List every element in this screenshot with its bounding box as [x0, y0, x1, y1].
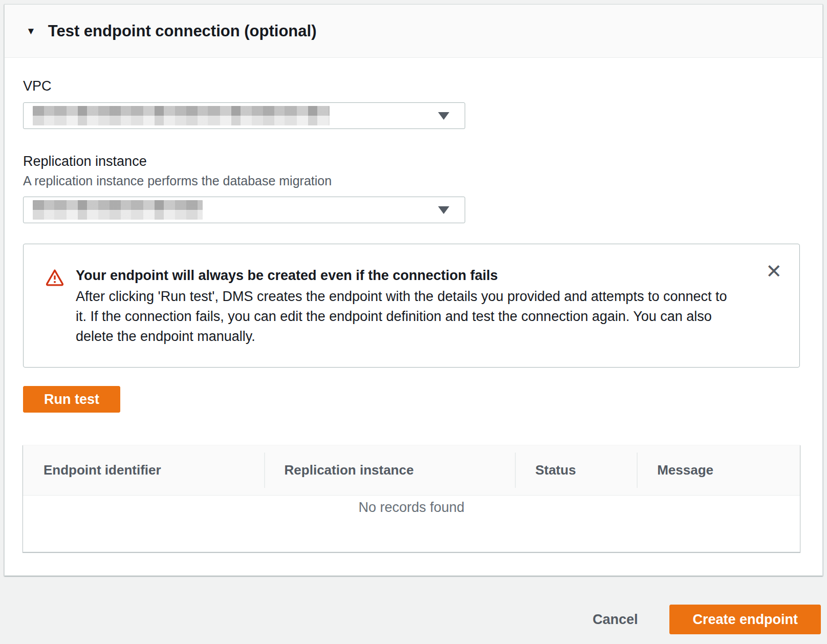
- vpc-label: VPC: [23, 78, 800, 94]
- replication-instance-label: Replication instance: [23, 154, 800, 169]
- footer-actions: Cancel Create endpoint: [593, 605, 821, 634]
- dropdown-caret-icon: [438, 206, 449, 214]
- vpc-select[interactable]: [23, 102, 465, 129]
- column-header-endpoint-identifier: Endpoint identifier: [23, 445, 264, 495]
- create-endpoint-button[interactable]: Create endpoint: [669, 605, 821, 634]
- replication-instance-description: A replication instance performs the data…: [23, 174, 800, 188]
- dropdown-caret-icon: [438, 112, 449, 120]
- test-results-table: Endpoint identifier Replication instance…: [23, 445, 800, 552]
- vpc-selected-value-redacted: [33, 106, 330, 125]
- warning-content: Your endpoint will always be created eve…: [76, 267, 779, 347]
- test-endpoint-connection-panel: ▼ Test endpoint connection (optional) VP…: [4, 4, 823, 576]
- table-empty-state: No records found: [23, 496, 800, 552]
- warning-title: Your endpoint will always be created eve…: [76, 267, 728, 284]
- column-header-message: Message: [637, 445, 800, 495]
- column-header-replication-instance: Replication instance: [264, 445, 515, 495]
- cancel-button[interactable]: Cancel: [593, 612, 638, 628]
- section-body: VPC Replication instance A replication i…: [5, 58, 822, 575]
- warning-triangle-icon: [45, 268, 64, 289]
- column-header-status: Status: [515, 445, 637, 495]
- section-header-expander[interactable]: ▼ Test endpoint connection (optional): [5, 5, 822, 58]
- close-icon[interactable]: ✕: [766, 262, 782, 281]
- warning-alert: Your endpoint will always be created eve…: [23, 244, 800, 368]
- warning-body-text: After clicking 'Run test', DMS creates t…: [76, 287, 728, 347]
- run-test-button[interactable]: Run test: [23, 386, 120, 413]
- replication-instance-select[interactable]: [23, 197, 465, 223]
- collapse-caret-icon: ▼: [26, 26, 36, 36]
- section-title: Test endpoint connection (optional): [48, 22, 317, 40]
- replication-instance-selected-value-redacted: [33, 200, 203, 220]
- table-header-row: Endpoint identifier Replication instance…: [23, 445, 800, 496]
